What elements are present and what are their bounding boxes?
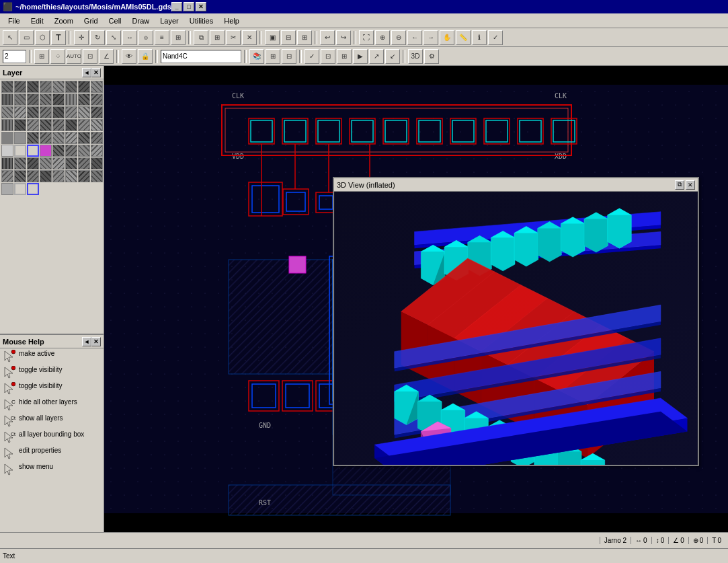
- layer-cell-35[interactable]: [40, 132, 52, 144]
- layer-panel-close[interactable]: ✕: [91, 68, 101, 77]
- menu-draw[interactable]: Draw: [127, 15, 155, 26]
- layer-cell-44[interactable]: [52, 145, 65, 157]
- layer-cell-60[interactable]: [52, 170, 65, 182]
- menu-help[interactable]: Help: [218, 15, 245, 26]
- layer-cell-57[interactable]: [14, 170, 26, 182]
- config-btn[interactable]: ⚙: [424, 49, 439, 64]
- delete-btn[interactable]: ✕: [242, 30, 257, 45]
- zoom-out-btn[interactable]: ⊖: [391, 30, 406, 45]
- cut-btn[interactable]: ✂: [226, 30, 241, 45]
- layer-cell-18[interactable]: [27, 106, 39, 118]
- layer-cell-47[interactable]: [91, 145, 103, 157]
- layer-cell-3[interactable]: [40, 81, 52, 93]
- layer-cell-27[interactable]: [40, 119, 52, 131]
- 3d-btn[interactable]: 3D: [408, 49, 423, 64]
- view-3d-close-btn[interactable]: ✕: [686, 180, 695, 190]
- menu-file[interactable]: File: [3, 15, 26, 26]
- lock-btn[interactable]: 🔒: [138, 49, 153, 64]
- view-3d-window[interactable]: 3D View (inflated) ⧉ ✕: [333, 177, 699, 466]
- net-btn[interactable]: ⊞: [337, 49, 352, 64]
- layer-cell-36[interactable]: [52, 132, 65, 144]
- scale-btn[interactable]: ⤡: [106, 30, 121, 45]
- menu-cell[interactable]: Cell: [104, 15, 127, 26]
- redo-btn[interactable]: ↪: [336, 30, 351, 45]
- layer-cell-38[interactable]: [78, 132, 90, 144]
- zoom-next-btn[interactable]: →: [423, 30, 438, 45]
- layer-cell-39[interactable]: [91, 132, 103, 144]
- cell-btn[interactable]: ▣: [265, 30, 280, 45]
- layer-cell-33[interactable]: [14, 132, 26, 144]
- verify-btn[interactable]: ✓: [488, 30, 503, 45]
- layer-cell-28[interactable]: [52, 119, 65, 131]
- zoom-level-input[interactable]: [3, 50, 26, 63]
- area-select-btn[interactable]: ▭: [19, 30, 34, 45]
- menu-zoom[interactable]: Zoom: [49, 15, 79, 26]
- lpe-btn[interactable]: ⊡: [321, 49, 335, 64]
- layer-cell-29[interactable]: [65, 119, 77, 131]
- pan-btn[interactable]: ✋: [440, 30, 454, 45]
- layer-cell-59[interactable]: [40, 170, 52, 182]
- layer-cell-41[interactable]: [14, 145, 26, 157]
- layer-cell-4[interactable]: [52, 81, 65, 93]
- flip-btn[interactable]: ↔: [122, 30, 137, 45]
- sim-btn[interactable]: ▶: [353, 49, 368, 64]
- export-btn[interactable]: ↗: [369, 49, 384, 64]
- layer-cell-58[interactable]: [27, 170, 39, 182]
- layer-cell-32[interactable]: [1, 132, 13, 144]
- select-tool-btn[interactable]: [3, 30, 17, 45]
- zoom-prev-btn[interactable]: ←: [407, 30, 422, 45]
- undo-btn[interactable]: ↩: [320, 30, 335, 45]
- copy-btn[interactable]: ⧉: [194, 30, 208, 45]
- array-btn[interactable]: ⊞: [210, 30, 225, 45]
- layer-cell-34[interactable]: [27, 132, 39, 144]
- rotate-btn[interactable]: ↻: [90, 30, 105, 45]
- snap-btn[interactable]: ⊞: [171, 30, 186, 45]
- canvas-area[interactable]: CLK CLK VDD XDD: [104, 66, 728, 532]
- layer-cell-64[interactable]: [1, 183, 13, 195]
- layer-vis-btn[interactable]: 👁: [122, 49, 136, 64]
- zoom-in-btn[interactable]: ⊕: [375, 30, 390, 45]
- cell-lib-btn[interactable]: 📚: [249, 49, 264, 64]
- poly-btn[interactable]: ⬡: [35, 30, 50, 45]
- layer-cell-52[interactable]: [52, 157, 65, 170]
- layer-cell-42[interactable]: [27, 145, 39, 157]
- drc-btn[interactable]: ✓: [305, 49, 319, 64]
- layer-cell-6[interactable]: [78, 81, 90, 93]
- layer-cell-65[interactable]: [14, 183, 26, 195]
- layer-cell-21[interactable]: [65, 106, 77, 118]
- layer-cell-48[interactable]: [1, 157, 13, 170]
- info-btn[interactable]: ℹ: [472, 30, 487, 45]
- layer-cell-12[interactable]: [52, 93, 65, 106]
- layer-cell-50[interactable]: [27, 157, 39, 170]
- layer-cell-22[interactable]: [78, 106, 90, 118]
- join-btn[interactable]: ⊞: [297, 30, 312, 45]
- layer-cell-16[interactable]: [1, 106, 13, 118]
- menu-layer[interactable]: Layer: [155, 15, 184, 26]
- layer-cell-20[interactable]: [52, 106, 65, 118]
- import-btn[interactable]: ↙: [385, 49, 400, 64]
- layer-cell-61[interactable]: [65, 170, 77, 182]
- menu-grid[interactable]: Grid: [79, 15, 104, 26]
- layer-cell-43[interactable]: [40, 145, 52, 157]
- layer-cell-66[interactable]: [27, 183, 39, 195]
- layer-cell-8[interactable]: [1, 93, 13, 106]
- align-btn[interactable]: ≡: [155, 30, 169, 45]
- layer-cell-9[interactable]: [14, 93, 26, 106]
- cell-hier-btn[interactable]: ⊟: [282, 49, 296, 64]
- layer-cell-46[interactable]: [78, 145, 90, 157]
- layer-cell-24[interactable]: [1, 119, 13, 131]
- layer-cell-1[interactable]: [14, 81, 26, 93]
- layer-cell-30[interactable]: [78, 119, 90, 131]
- layer-cell-31[interactable]: [91, 119, 103, 131]
- layer-cell-53[interactable]: [65, 157, 77, 170]
- layer-cell-55[interactable]: [91, 157, 103, 170]
- layer-cell-40[interactable]: [1, 145, 13, 157]
- layer-cell-17[interactable]: [14, 106, 26, 118]
- layer-cell-63[interactable]: [91, 170, 103, 182]
- layer-cell-2[interactable]: [27, 81, 39, 93]
- layer-cell-0[interactable]: [1, 81, 13, 93]
- layer-cell-56[interactable]: [1, 170, 13, 182]
- menu-edit[interactable]: Edit: [26, 15, 49, 26]
- minimize-button[interactable]: _: [171, 2, 182, 11]
- grid-btn2[interactable]: ⁘: [50, 49, 65, 64]
